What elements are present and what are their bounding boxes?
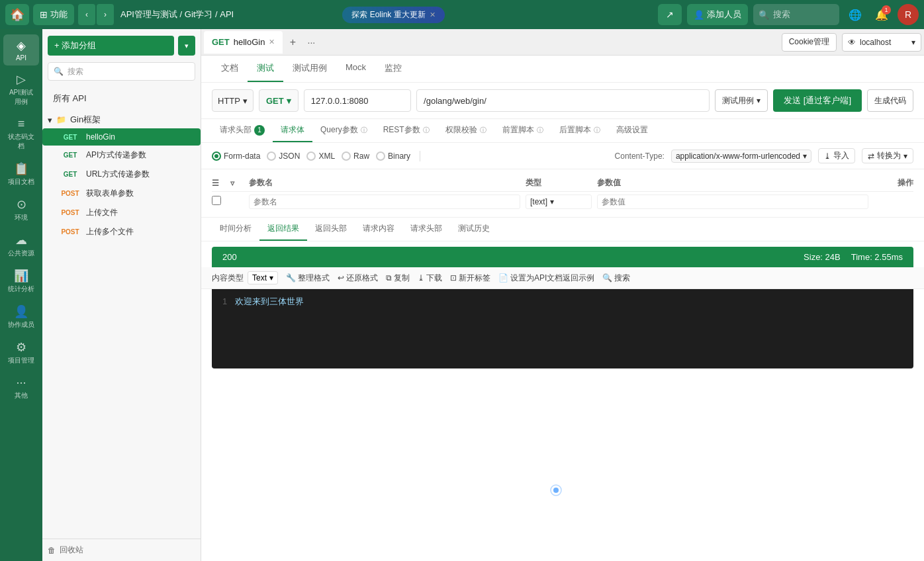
radio-json[interactable]: JSON (267, 151, 300, 161)
sidebar-item-team[interactable]: 👤 协作成员 (3, 300, 39, 333)
sidebar-item-stats[interactable]: 📊 统计分析 (3, 265, 39, 298)
forward-button[interactable]: › (97, 4, 114, 25)
notification-button[interactable]: 🔔 1 (871, 4, 892, 25)
sidebar-item-project-mgmt[interactable]: ⚙ 项目管理 (3, 336, 39, 369)
tab-more-button[interactable]: ··· (302, 34, 320, 51)
add-group-dropdown-button[interactable]: ▾ (178, 36, 195, 56)
req-tab-pre-script[interactable]: 前置脚本 ⓘ (494, 119, 551, 142)
sidebar-item-api-test[interactable]: ▷ API测试用例 (3, 68, 39, 110)
radio-binary[interactable]: Binary (376, 151, 410, 161)
tab-test-case[interactable]: 测试用例 (283, 56, 336, 82)
format-button[interactable]: 🔧 整理格式 (286, 273, 330, 284)
convert-button[interactable]: ⇄ 转换为 ▾ (862, 148, 913, 163)
sidebar-item-project-doc[interactable]: 📋 项目文档 (3, 157, 39, 191)
generate-code-button[interactable]: 生成代码 (867, 89, 913, 112)
tab-close-icon[interactable]: ✕ (269, 38, 275, 46)
globe-button[interactable]: 🌐 (845, 4, 866, 25)
response-section: 时间分析 返回结果 返回头部 请求内容 请求头部 测试历史 (201, 217, 924, 379)
add-person-icon: 👤 (694, 10, 704, 20)
method-select[interactable]: GET ▾ (259, 89, 299, 112)
main-tab-active[interactable]: GET helloGin ✕ (204, 31, 283, 54)
url-host-input[interactable]: 127.0.0.1:8080 (304, 89, 411, 112)
resp-tab-result-label: 返回结果 (267, 224, 299, 233)
req-tab-auth[interactable]: 权限校验 ⓘ (438, 119, 494, 142)
api-item-1[interactable]: GET API方式传递参数 (42, 146, 201, 165)
row-param-name[interactable] (249, 194, 520, 209)
copy-button[interactable]: ⧉ 复制 (386, 273, 410, 284)
req-tab-query[interactable]: Query参数 ⓘ (312, 119, 375, 142)
col-type-header: 类型 (526, 177, 592, 189)
req-tab-rest[interactable]: REST参数 ⓘ (375, 119, 438, 142)
api-item-0[interactable]: GET helloGin (42, 128, 201, 146)
back-button[interactable]: ‹ (78, 4, 95, 25)
restore-button[interactable]: ↩ 还原格式 (338, 273, 378, 284)
radio-form-data[interactable]: Form-data (212, 151, 260, 161)
resp-tab-request-headers[interactable]: 请求头部 (402, 218, 450, 241)
resp-tab-time[interactable]: 时间分析 (212, 218, 259, 241)
content-type-select[interactable]: application/x-www-form-urlencoded ▾ (671, 150, 811, 163)
tab-mock[interactable]: Mock (336, 56, 375, 82)
row-param-type[interactable]: [text] ▾ (526, 194, 592, 209)
promo-banner[interactable]: 探索 Eolink 重大更新 ✕ (342, 7, 444, 23)
sidebar-item-api[interactable]: ◈ API (3, 34, 39, 65)
row-param-value[interactable] (597, 194, 868, 209)
row-checkbox-input[interactable] (212, 196, 221, 205)
resp-tab-request-body[interactable]: 请求内容 (355, 218, 402, 241)
param-type-select[interactable]: [text] ▾ (526, 194, 592, 209)
promo-text: 探索 Eolink 重大更新 (351, 9, 425, 21)
env-select-dropdown[interactable]: 👁 localhost ▾ (842, 33, 921, 52)
api-item-5[interactable]: POST 上传多个文件 (42, 222, 201, 241)
import-button[interactable]: ⤓ 导入 (818, 148, 855, 163)
nav-search-box[interactable]: 🔍 搜索 (753, 4, 839, 25)
req-tab-post-script[interactable]: 后置脚本 ⓘ (551, 119, 608, 142)
param-value-input[interactable] (597, 194, 868, 209)
divider (420, 151, 420, 161)
row-checkbox[interactable] (212, 196, 225, 208)
add-person-button[interactable]: 👤 添加人员 (687, 4, 748, 25)
tab-doc[interactable]: 文档 (212, 56, 248, 82)
req-tab-header[interactable]: 请求头部 1 (212, 119, 273, 142)
api-footer-trash[interactable]: 🗑 回收站 (42, 539, 201, 561)
sidebar-item-env[interactable]: ⊙ 环境 (3, 193, 39, 226)
api-group-header-gin[interactable]: ▾ 📁 Gin框架 (42, 111, 201, 128)
resp-content-type-select[interactable]: Text ▾ (248, 271, 278, 284)
cookie-manager-button[interactable]: Cookie管理 (782, 33, 837, 52)
resp-tab-result[interactable]: 返回结果 (259, 218, 307, 241)
user-avatar[interactable]: R (898, 4, 919, 25)
share-button[interactable]: ↗ (658, 4, 682, 25)
send-button[interactable]: 发送 [通过客户端] (773, 89, 862, 112)
promo-close-icon[interactable]: ✕ (430, 11, 436, 19)
tab-monitor[interactable]: 监控 (375, 56, 411, 82)
all-api-item[interactable]: 所有 API (42, 89, 201, 108)
sidebar-item-public-resource[interactable]: ☁ 公共资源 (3, 229, 39, 262)
url-path-input[interactable]: /golang/web/gin/ (416, 89, 710, 112)
req-tab-advanced[interactable]: 高级设置 (608, 119, 656, 142)
add-group-button[interactable]: + 添加分组 (48, 36, 174, 56)
tab-add-button[interactable]: + (284, 34, 301, 51)
api-item-4[interactable]: POST 上传文件 (42, 203, 201, 222)
tab-test[interactable]: 测试 (248, 56, 283, 82)
other-icon: ··· (16, 376, 26, 390)
test-example-button[interactable]: 测试用例 ▾ (715, 89, 768, 112)
radio-xml[interactable]: XML (306, 151, 335, 161)
download-button[interactable]: ⤓ 下载 (418, 273, 442, 284)
req-tab-body[interactable]: 请求体 (273, 119, 312, 142)
api-item-3[interactable]: POST 获取表单参数 (42, 184, 201, 203)
radio-raw[interactable]: Raw (342, 151, 369, 161)
param-name-input[interactable] (249, 194, 520, 209)
sidebar-item-other[interactable]: ··· 其他 (3, 372, 39, 404)
resp-tab-headers[interactable]: 返回头部 (307, 218, 355, 241)
sidebar-item-status-doc[interactable]: ≡ 状态码文档 (3, 113, 39, 155)
all-api-label: 所有 API (53, 93, 87, 103)
notification-badge: 1 (882, 5, 891, 15)
api-search-box[interactable]: 🔍 搜索 (48, 62, 195, 81)
protocol-select[interactable]: HTTP ▾ (212, 89, 254, 112)
search-button[interactable]: 🔍 搜索 (602, 273, 630, 284)
new-tab-button[interactable]: ⊡ 新开标签 (450, 273, 490, 284)
api-item-2[interactable]: GET URL方式传递参数 (42, 165, 201, 184)
set-example-button[interactable]: 📄 设置为API文档返回示例 (498, 273, 594, 284)
resp-tab-history[interactable]: 测试历史 (450, 218, 498, 241)
home-button[interactable]: 🏠 (5, 4, 29, 25)
func-button[interactable]: ⊞ 功能 (33, 4, 74, 25)
cursor-svg (549, 484, 563, 497)
